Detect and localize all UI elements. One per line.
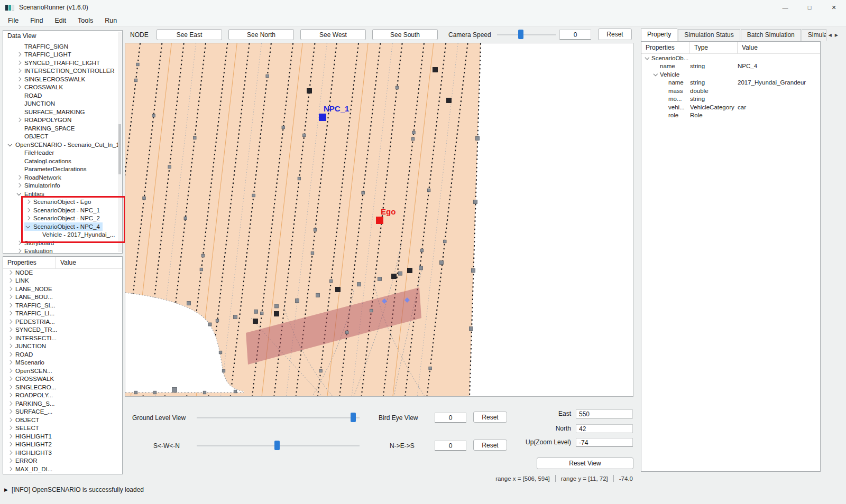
- chevron-right-icon[interactable]: [6, 376, 14, 382]
- chevron-right-icon[interactable]: [15, 248, 23, 253]
- chevron-down-icon[interactable]: [15, 191, 23, 197]
- chevron-right-icon[interactable]: [6, 269, 14, 275]
- tree-item-synced-tr[interactable]: SYNCED_TR...: [3, 326, 122, 334]
- tree-item-node[interactable]: NODE: [3, 268, 122, 277]
- tree-item-storyboard[interactable]: Storyboard: [3, 239, 122, 247]
- see-east-button[interactable]: See East: [157, 29, 222, 40]
- ground-level-slider[interactable]: [197, 413, 360, 422]
- maximize-icon[interactable]: □: [797, 0, 822, 15]
- chevron-right-icon[interactable]: [6, 384, 14, 390]
- chevron-right-icon[interactable]: [24, 199, 32, 205]
- tree-item-object[interactable]: OBJECT: [3, 416, 122, 424]
- chevron-right-icon[interactable]: [6, 278, 14, 284]
- chevron-right-icon[interactable]: [6, 335, 14, 341]
- tree-item-openscenario-scenario-cut-in-1[interactable]: OpenSCENARIO - Scenario_Cut_In_1: [3, 141, 122, 149]
- tree-item-traffic-sign[interactable]: TRAFFIC_SIGN: [3, 42, 122, 51]
- chevron-right-icon[interactable]: [24, 216, 32, 221]
- chevron-right-icon[interactable]: [15, 60, 23, 66]
- chevron-right-icon[interactable]: [6, 327, 14, 333]
- map-viewport[interactable]: NPC_1Ego: [125, 43, 633, 397]
- camera-speed-slider[interactable]: [497, 30, 556, 39]
- tree-item-junction[interactable]: JUNCTION: [3, 342, 122, 351]
- menu-file[interactable]: File: [2, 17, 24, 24]
- chevron-right-icon[interactable]: [24, 207, 32, 213]
- chevron-right-icon[interactable]: [15, 183, 23, 189]
- tree-item-crosswalk[interactable]: CROSSWALK: [3, 83, 122, 92]
- chevron-right-icon[interactable]: [6, 343, 14, 349]
- chevron-right-icon[interactable]: [15, 85, 23, 90]
- tree-item-highlight3[interactable]: HIGHLIGHT3: [3, 449, 122, 457]
- tree-item-select[interactable]: SELECT: [3, 424, 122, 433]
- property-row-mo[interactable]: mo...string: [641, 95, 820, 104]
- data-view-scrollbar[interactable]: [118, 32, 122, 252]
- tree-item-parking-space[interactable]: PARKING_SPACE: [3, 124, 122, 133]
- tree-item-intersecti[interactable]: INTERSECTI...: [3, 334, 122, 342]
- camera-speed-input[interactable]: [559, 30, 591, 40]
- tree-item-singlecro[interactable]: SINGLECRO...: [3, 383, 122, 391]
- tree-item-fileheader[interactable]: FileHeader: [3, 149, 122, 157]
- tree-item-scenarioobject-npc-1[interactable]: ScenarioObject - NPC_1: [3, 206, 122, 214]
- camera-reset-button[interactable]: Reset: [598, 29, 632, 40]
- tree-item-intersection-controller[interactable]: INTERSECTION_CONTROLLER: [3, 67, 122, 76]
- tree-item-lane-node[interactable]: LANE_NODE: [3, 285, 122, 293]
- tree-item-parameterdeclarations[interactable]: ParameterDeclarations: [3, 165, 122, 174]
- chevron-right-icon[interactable]: [6, 442, 14, 447]
- chevron-right-icon[interactable]: [15, 174, 23, 180]
- see-west-button[interactable]: See West: [300, 29, 366, 40]
- chevron-right-icon[interactable]: [6, 286, 14, 292]
- status-expander-icon[interactable]: ▶: [4, 487, 8, 492]
- tree-item-crosswalk[interactable]: CROSSWALK: [3, 375, 122, 384]
- chevron-right-icon[interactable]: [15, 76, 23, 82]
- slider-thumb[interactable]: [274, 441, 280, 450]
- tab-property[interactable]: Property: [641, 29, 677, 41]
- slider-thumb[interactable]: [518, 30, 523, 39]
- tree-item-traffic-light[interactable]: TRAFFIC_LIGHT: [3, 51, 122, 59]
- tree-item-pedestria[interactable]: PEDESTRIA...: [3, 318, 122, 326]
- tree-item-error[interactable]: ERROR: [3, 457, 122, 465]
- tree-item-openscen[interactable]: OpenSCEN...: [3, 367, 122, 375]
- chevron-right-icon[interactable]: [6, 433, 14, 439]
- chevron-right-icon[interactable]: [6, 400, 14, 406]
- rotation-slider[interactable]: [197, 441, 360, 450]
- scrollbar-thumb[interactable]: [118, 124, 121, 174]
- tree-item-entities[interactable]: Entities: [3, 190, 122, 198]
- property-row-scenarioob[interactable]: ScenarioOb...: [641, 54, 820, 62]
- tree-item-scenarioobject-npc-2[interactable]: ScenarioObject - NPC_2: [3, 214, 122, 223]
- menu-run[interactable]: Run: [99, 17, 123, 24]
- property-row-vehi[interactable]: vehi...VehicleCategorycar: [641, 103, 820, 111]
- tree-item-road[interactable]: ROAD: [3, 350, 122, 359]
- property-row-name[interactable]: namestring2017_Hyundai_Grandeur: [641, 79, 820, 87]
- tree-item-roadpolygon[interactable]: ROADPOLYGON: [3, 116, 122, 125]
- menu-tools[interactable]: Tools: [72, 17, 99, 24]
- chevron-right-icon[interactable]: [6, 466, 14, 472]
- chevron-right-icon[interactable]: [6, 294, 14, 300]
- tab-batch-simulation[interactable]: Batch Simulation: [741, 29, 801, 41]
- chevron-down-icon[interactable]: [643, 55, 651, 61]
- tree-item-vehicle-2017-hyundai[interactable]: Vehicle - 2017_Hyundai_...: [3, 231, 122, 239]
- chevron-right-icon[interactable]: [6, 368, 14, 374]
- tree-item-traffic-li[interactable]: TRAFFIC_LI...: [3, 310, 122, 318]
- tree-item-max-id-di[interactable]: MAX_ID_DI...: [3, 465, 122, 473]
- tree-item-simulatorinfo[interactable]: SimulatorInfo: [3, 182, 122, 190]
- property-row-name[interactable]: namestringNPC_4: [641, 62, 820, 71]
- close-icon[interactable]: ✕: [822, 0, 846, 15]
- tree-item-parking-s[interactable]: PARKING_S...: [3, 399, 122, 408]
- tree-item-traffic-si[interactable]: TRAFFIC_SI...: [3, 301, 122, 310]
- tree-item-mscenario[interactable]: MScenario: [3, 359, 122, 367]
- property-row-mass[interactable]: massdouble: [641, 87, 820, 95]
- chevron-down-icon[interactable]: [652, 71, 660, 77]
- tree-item-evaluation[interactable]: Evaluation: [3, 247, 122, 254]
- tree-item-roadnetwork[interactable]: RoadNetwork: [3, 173, 122, 182]
- chevron-right-icon[interactable]: [15, 117, 23, 123]
- chevron-down-icon[interactable]: [6, 142, 14, 147]
- tree-item-roadpoly[interactable]: ROADPOLY...: [3, 391, 122, 400]
- tree-item-surface[interactable]: SURFACE_...: [3, 408, 122, 416]
- chevron-right-icon[interactable]: [6, 450, 14, 455]
- tree-item-scenarioobject-npc-4[interactable]: ScenarioObject - NPC_4: [3, 222, 122, 231]
- tree-item-surface-marking[interactable]: SURFACE_MARKING: [3, 108, 122, 116]
- tree-item-junction[interactable]: JUNCTION: [3, 100, 122, 108]
- chevron-right-icon[interactable]: [15, 52, 23, 58]
- chevron-right-icon[interactable]: [6, 311, 14, 316]
- north-input[interactable]: [576, 424, 633, 433]
- menu-edit[interactable]: Edit: [49, 17, 72, 24]
